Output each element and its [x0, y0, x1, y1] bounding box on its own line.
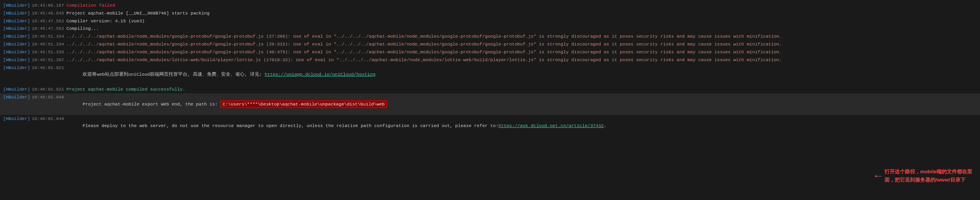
log-prefix: [HBuilder] [3, 41, 30, 48]
log-timestamp: 10:45:47.562 [32, 25, 64, 32]
log-timestamp: 10:45:51.397 [32, 56, 64, 64]
log-message: ../../../../aqchat-mobile/node_modules/g… [67, 49, 977, 56]
log-timestamp: 10:45:46.645 [32, 10, 64, 17]
log-prefix: [HBuilder] [3, 86, 30, 93]
unicloud-hosting-link[interactable]: https://uniapp.dcloud.io/uniCloud/hostin… [265, 72, 376, 77]
log-message: Please deploy to the web server, do not … [67, 115, 977, 136]
log-line: [HBuilder] 10:45:51.397 ../../../../aqch… [0, 56, 980, 64]
log-line: [HBuilder] 10:45:46.645 Project aqchat-m… [0, 9, 980, 17]
log-line: [HBuilder] 10:46:02.821 欢迎将web站点部署到uniCl… [0, 64, 980, 85]
log-timestamp: 10:45:47.562 [32, 18, 64, 25]
log-message: Project aqchat-mobile export Web end, th… [67, 94, 977, 115]
log-timestamp: 10:43:06.167 [32, 2, 64, 9]
log-prefix: [HBuilder] [3, 2, 30, 9]
log-prefix: [HBuilder] [3, 49, 30, 56]
article-link[interactable]: https://ask.dcloud.net.cn/article/37432 [498, 123, 604, 128]
log-message: ../../../../aqchat-mobile/node_modules/l… [67, 56, 977, 64]
log-timestamp: 10:46:02.821 [32, 64, 64, 71]
log-line: [HBuilder] 10:45:51.334 ../../../../aqch… [0, 33, 980, 40]
log-prefix: [HBuilder] [3, 10, 30, 17]
log-prefix: [HBuilder] [3, 25, 30, 32]
log-timestamp: 10:45:51.335 [32, 49, 64, 56]
log-prefix: [HBuilder] [3, 94, 30, 101]
log-text-after-link: . [604, 123, 606, 128]
log-timestamp: 10:46:02.948 [32, 94, 64, 101]
log-timestamp: 10:45:51.334 [32, 41, 64, 48]
log-message: 欢迎将web站点部署到uniCloud前端网页托管平台, 高速、免费、安全、省心… [67, 64, 977, 85]
export-path: C:\Users\****\Desktop\aqchat-mobile\unpa… [220, 100, 387, 108]
log-message: Compiler version: 4.15 (vue3) [67, 18, 977, 25]
log-timestamp: 10:45:51.334 [32, 33, 64, 40]
log-message: ../../../../aqchat-mobile/node_modules/g… [67, 33, 977, 40]
annotation-container: ← 打开这个路径，mobile端的文件都在里 面，把它丢到服务器的/www/目录… [875, 168, 972, 184]
log-line: [HBuilder] 10:45:51.335 ../../../../aqch… [0, 48, 980, 56]
log-prefix: [HBuilder] [3, 56, 30, 64]
log-line: [HBuilder] 10:46:02.949 Please deploy to… [0, 115, 980, 136]
log-timestamp: 10:46:02.949 [32, 115, 64, 122]
log-line: [HBuilder] 10:45:51.334 ../../../../aqch… [0, 40, 980, 48]
console-container: [HBuilder] 10:43:06.167 Compilation fail… [0, 0, 980, 200]
log-timestamp: 10:46:02.821 [32, 86, 64, 93]
annotation-arrow: ← [875, 170, 881, 182]
log-message: Project aqchat-mobile compiled successfu… [67, 86, 977, 93]
log-text: 欢迎将web站点部署到uniCloud前端网页托管平台, 高速、免费、安全、省心… [83, 72, 264, 77]
log-prefix: [HBuilder] [3, 18, 30, 25]
log-line: [HBuilder] 10:45:47.562 Compiling... [0, 25, 980, 33]
log-line: [HBuilder] 10:45:47.562 Compiler version… [0, 17, 980, 25]
log-prefix: [HBuilder] [3, 115, 30, 122]
log-line: [HBuilder] 10:46:02.821 Project aqchat-m… [0, 85, 980, 93]
log-prefix: [HBuilder] [3, 33, 30, 40]
log-message: Compiling... [67, 25, 977, 32]
log-text: Please deploy to the web server, do not … [83, 123, 498, 128]
log-message: Project aqchat-mobile [__UNI__008B746] s… [67, 10, 977, 17]
log-message: ../../../../aqchat-mobile/node_modules/g… [67, 41, 977, 48]
annotation-text: 打开这个路径，mobile端的文件都在里 面，把它丢到服务器的/www/目录下 [885, 168, 972, 184]
log-text-before-path: Project aqchat-mobile export Web end, th… [83, 102, 220, 107]
log-prefix: [HBuilder] [3, 64, 30, 71]
log-line-path: [HBuilder] 10:46:02.948 Project aqchat-m… [0, 93, 980, 115]
log-message: Compilation failed [67, 2, 977, 9]
log-line: [HBuilder] 10:43:06.167 Compilation fail… [0, 2, 980, 9]
